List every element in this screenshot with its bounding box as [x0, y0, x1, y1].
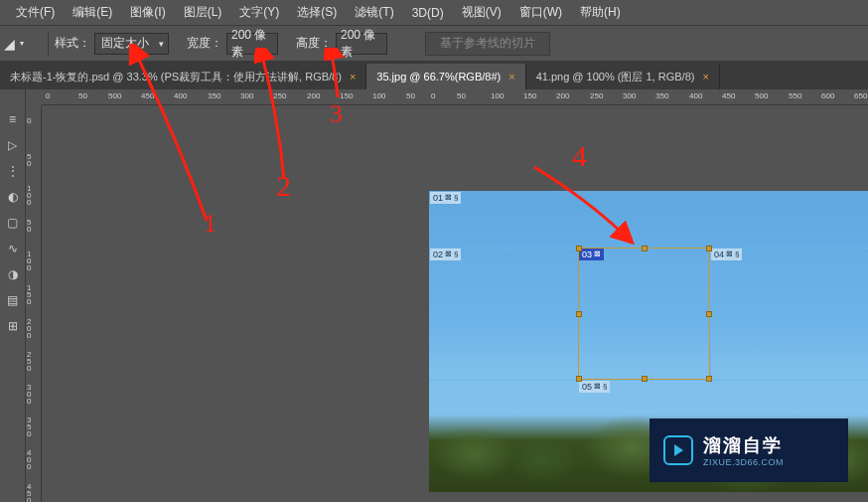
- ruler-tick: 550: [789, 91, 801, 100]
- ruler-tick: 300: [240, 91, 253, 100]
- slices-from-guides-button[interactable]: 基于参考线的切片: [425, 32, 550, 56]
- ruler-tick: 200: [307, 91, 320, 100]
- ruler-tick: 600: [821, 91, 834, 100]
- tool-button[interactable]: ◑: [3, 264, 23, 284]
- tool-button[interactable]: ⋮: [3, 161, 23, 181]
- ruler-tick: 450: [27, 483, 31, 502]
- ruler-tick: 50: [27, 153, 31, 167]
- menubar: 文件(F) 编辑(E) 图像(I) 图层(L) 文字(Y) 选择(S) 滤镜(T…: [0, 0, 868, 26]
- menu-image[interactable]: 图像(I): [122, 1, 173, 24]
- document-tabs: 未标题-1-恢复的.psd @ 33.3% (PS裁剪工具：使用方法讲解, RG…: [0, 62, 868, 89]
- ruler-tick: 150: [27, 284, 31, 306]
- tool-button[interactable]: ⊞: [3, 316, 23, 336]
- watermark-title: 溜溜自学: [703, 433, 784, 457]
- tool-button[interactable]: ▢: [3, 213, 23, 233]
- ruler-tick: 0: [27, 117, 31, 124]
- doc-tab-1[interactable]: 35.jpg @ 66.7%(RGB/8#) ×: [366, 64, 525, 89]
- menu-window[interactable]: 窗口(W): [511, 1, 570, 24]
- width-input[interactable]: 200 像素: [226, 33, 278, 55]
- ruler-tick: 100: [27, 185, 31, 207]
- tool-panel: ≡ ▷ ⋮ ◐ ▢ ∿ ◑ ▤ ⊞: [0, 89, 26, 502]
- tool-button[interactable]: ∿: [3, 239, 23, 258]
- doc-tab-title: 41.png @ 100% (图层 1, RGB/8): [536, 70, 695, 84]
- ruler-tick: 350: [27, 417, 31, 438]
- ruler-tick: 500: [108, 91, 121, 100]
- menu-file[interactable]: 文件(F): [8, 1, 63, 24]
- tool-button[interactable]: ▤: [3, 290, 23, 310]
- slices-from-guides-label: 基于参考线的切片: [440, 35, 535, 52]
- width-value: 200 像素: [231, 27, 273, 61]
- close-icon[interactable]: ×: [350, 71, 356, 83]
- style-label: 样式：: [55, 35, 90, 52]
- ruler-tick: 50: [457, 91, 466, 100]
- menu-text[interactable]: 文字(Y): [231, 1, 287, 24]
- doc-tab-title: 未标题-1-恢复的.psd @ 33.3% (PS裁剪工具：使用方法讲解, RG…: [10, 70, 342, 84]
- watermark-sub: ZIXUE.3D66.COM: [703, 457, 784, 467]
- menu-3d[interactable]: 3D(D): [404, 3, 452, 23]
- menu-layer[interactable]: 图层(L): [176, 1, 230, 24]
- chevron-down-icon: ▾: [17, 39, 27, 49]
- ruler-tick: 400: [27, 449, 31, 471]
- ruler-tick: 650: [854, 91, 867, 100]
- ruler-tick: 400: [689, 91, 702, 100]
- ruler-tick: 500: [755, 91, 768, 100]
- play-icon: [663, 435, 693, 465]
- ruler-tick: 450: [722, 91, 735, 100]
- tool-button[interactable]: ▷: [3, 135, 23, 155]
- menu-select[interactable]: 选择(S): [289, 1, 345, 24]
- options-bar: ◢ ▾ 样式： 固定大小 宽度： 200 像素 高度： 200 像素 基于参考线…: [0, 26, 868, 62]
- slice-tool-icon: ◢: [4, 36, 15, 52]
- ruler-tick: 450: [141, 91, 154, 100]
- tool-button[interactable]: ◐: [3, 187, 23, 207]
- close-icon[interactable]: ×: [508, 71, 514, 83]
- menu-help[interactable]: 帮助(H): [572, 1, 629, 24]
- ruler-tick: 0: [46, 91, 50, 100]
- watermark: 溜溜自学 ZIXUE.3D66.COM: [650, 418, 848, 482]
- doc-tab-0[interactable]: 未标题-1-恢复的.psd @ 33.3% (PS裁剪工具：使用方法讲解, RG…: [0, 64, 366, 89]
- ruler-tick: 100: [27, 251, 31, 272]
- ruler-tick: 100: [491, 91, 504, 100]
- divider: [48, 32, 49, 56]
- ruler-tick: 350: [655, 91, 668, 100]
- ruler-tick: 50: [406, 91, 415, 100]
- menu-view[interactable]: 视图(V): [454, 1, 509, 24]
- height-label: 高度：: [296, 35, 332, 52]
- ruler-tick: 200: [556, 91, 569, 100]
- close-icon[interactable]: ×: [702, 71, 708, 83]
- ruler-tick: 250: [27, 351, 31, 373]
- width-label: 宽度：: [187, 35, 222, 52]
- height-input[interactable]: 200 像素: [336, 33, 387, 55]
- ruler-tick: 250: [590, 91, 603, 100]
- ruler-tick: 0: [431, 91, 435, 100]
- doc-tab-2[interactable]: 41.png @ 100% (图层 1, RGB/8) ×: [526, 64, 720, 89]
- ruler-tick: 150: [340, 91, 353, 100]
- ruler-tick: 50: [27, 219, 31, 233]
- tool-preset-picker[interactable]: ◢ ▾: [4, 36, 27, 52]
- ruler-tick: 300: [27, 384, 31, 406]
- ruler-tick: 50: [78, 91, 87, 100]
- menu-edit[interactable]: 编辑(E): [65, 1, 120, 24]
- ruler-horizontal[interactable]: 0 50 500 450 400 350 300 250 200 150 100…: [42, 89, 868, 105]
- ruler-tick: 350: [208, 91, 220, 100]
- ruler-tick: 300: [623, 91, 636, 100]
- ruler-tick: 200: [27, 318, 31, 340]
- style-select[interactable]: 固定大小: [94, 33, 169, 55]
- style-select-value: 固定大小: [101, 35, 149, 52]
- ruler-tick: 400: [174, 91, 187, 100]
- ruler-vertical[interactable]: 0 50 100 50 100 150 200 250 300 350 400 …: [26, 105, 42, 502]
- doc-tab-title: 35.jpg @ 66.7%(RGB/8#): [376, 71, 501, 83]
- ruler-tick: 250: [273, 91, 286, 100]
- ruler-tick: 100: [372, 91, 385, 100]
- tool-button[interactable]: ≡: [3, 109, 23, 129]
- ruler-tick: 150: [523, 91, 536, 100]
- height-value: 200 像素: [341, 27, 382, 61]
- menu-filter[interactable]: 滤镜(T): [347, 1, 401, 24]
